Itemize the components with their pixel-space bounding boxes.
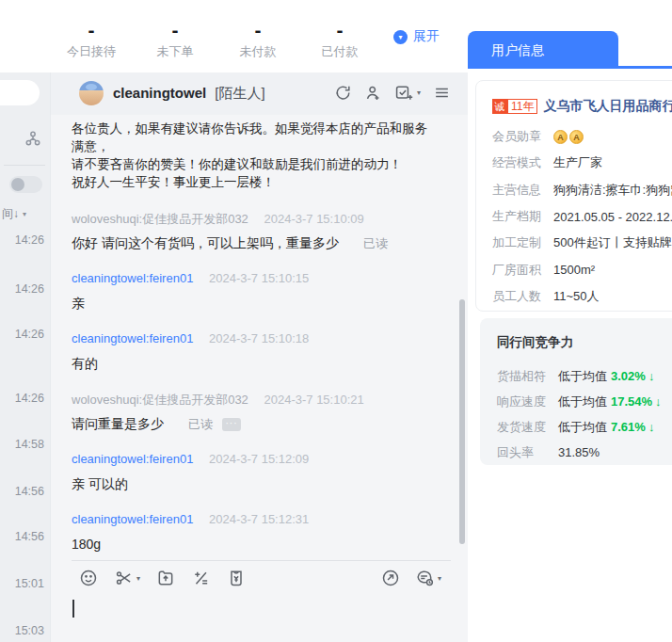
arrow-down-icon: ↓ (648, 369, 655, 383)
chat-history-icon[interactable]: ▾ (414, 569, 441, 587)
stat-label: 已付款 (310, 43, 370, 60)
chengxintong-icon: 诚 (492, 99, 507, 114)
tab-underline (468, 66, 672, 69)
sender-name[interactable]: woloveshuqi:促佳搜品开发部032 (72, 212, 248, 226)
sort-by-time[interactable]: 间↓ ▾ (2, 206, 26, 222)
message-time: 2024-3-7 15:10:21 (264, 393, 363, 407)
read-status: 已读 (363, 235, 388, 251)
list-item-time[interactable]: 15:01 (15, 577, 44, 590)
message-time: 2024-3-7 15:10:18 (209, 331, 309, 345)
company-fields: 会员勋章 AA 经营模式 生产厂家 主营信息 狗狗清洁:擦车巾:狗狗窝 生产档期… (492, 123, 672, 310)
comp-row-response-speed: 响应速度 低于均值 17.54% ↓ (497, 389, 672, 414)
app-window: - 今日接待 - 未下单 - 未付款 - 已付款 ▾ 展开 (0, 0, 672, 642)
chevron-down-icon: ▾ (136, 574, 140, 583)
expand-button[interactable]: ▾ 展开 (393, 28, 440, 45)
comp-row-repeat-rate: 回头率 31.85% (497, 440, 672, 465)
scrollbar[interactable] (459, 299, 465, 544)
tab-user-info[interactable]: 用户信息 (468, 31, 618, 69)
message-input[interactable] (72, 600, 74, 618)
emoji-icon[interactable] (79, 569, 98, 587)
chevron-down-icon: ▾ (23, 210, 26, 218)
list-item-time[interactable]: 14:56 (15, 485, 44, 498)
conversation-list-panel: 间↓ ▾ 14:26 14:26 14:26 14:26 14:58 14:56… (0, 72, 50, 642)
add-contact-icon[interactable] (364, 84, 382, 102)
list-item-time[interactable]: 14:26 (15, 328, 44, 341)
list-item-time[interactable]: 14:58 (15, 438, 44, 451)
more-actions-button[interactable]: ··· (222, 418, 241, 431)
message-time: 2024-3-7 15:12:31 (209, 512, 309, 526)
field-customization: 加工定制 500件起订丨支持贴牌丨 (492, 230, 672, 256)
upload-file-icon[interactable] (156, 569, 175, 587)
refresh-icon[interactable] (334, 84, 352, 102)
sender-name[interactable]: cleaningtowel:feiren01 (72, 271, 193, 285)
add-task-icon[interactable]: ▾ (394, 84, 421, 102)
evaluate-icon[interactable] (191, 569, 211, 587)
message-time: 2024-3-7 15:10:15 (209, 271, 309, 285)
payment-icon[interactable] (227, 569, 246, 587)
stranger-tag: [陌生人] (215, 85, 264, 101)
message-text: 请问重量是多少 (72, 416, 164, 432)
expand-label: 展开 (413, 28, 440, 45)
stat-label: 未下单 (145, 43, 205, 60)
sender-name[interactable]: cleaningtowel:feiren01 (72, 331, 193, 345)
buyer-nickname: cleaningtowel (113, 85, 206, 101)
stat-paid: - 已付款 (310, 21, 370, 60)
chevron-down-icon: ▾ (417, 88, 421, 97)
stat-value: - (228, 21, 288, 40)
membership-years-badge: 11年 (507, 99, 537, 114)
message: woloveshuqi:促佳搜品开发部032 2024-3-7 15:10:09… (72, 211, 440, 251)
stat-value: - (61, 21, 121, 40)
chat-panel: cleaningtowel [陌生人] (50, 72, 468, 642)
divider (72, 560, 451, 561)
avatar[interactable] (79, 81, 104, 105)
screenshot-scissors-icon[interactable]: ▾ (114, 569, 140, 587)
sender-name[interactable]: cleaningtowel:feiren01 (72, 452, 193, 466)
field-employee-count: 员工人数 11~50人 (492, 283, 672, 310)
field-production-schedule: 生产档期 2021.05.05 - 2022.12.31 (492, 203, 672, 230)
competitiveness-card: 同行间竞争力 货描相符 低于均值 3.02% ↓ 响应速度 低于均值 17.54… (480, 318, 672, 465)
message-time: 2024-3-7 15:12:09 (209, 452, 309, 466)
message-text: 你好 请问这个有货吗，可以上架吗，重量多少 (72, 235, 339, 251)
arrow-down-icon: ↓ (648, 420, 655, 434)
menu-icon[interactable] (433, 84, 451, 102)
stat-no-order: - 未下单 (145, 21, 205, 60)
list-item-time[interactable]: 14:26 (15, 392, 44, 405)
chevron-down-icon: ▾ (438, 574, 441, 583)
divider (4, 165, 45, 166)
company-name[interactable]: 义乌市飞人日用品商行 (543, 98, 672, 115)
message-text: 有的 (72, 356, 98, 372)
message: cleaningtowel:feiren01 2024-3-7 15:10:18… (72, 331, 440, 372)
sender-name[interactable]: woloveshuqi:促佳搜品开发部032 (72, 393, 248, 407)
message-text: 180g (72, 537, 101, 553)
composer-toolbar: ▾ (51, 569, 468, 593)
list-item-time[interactable]: 14:26 (15, 282, 44, 296)
stat-unpaid: - 未付款 (228, 21, 288, 60)
message: cleaningtowel:feiren01 2024-3-7 15:12:09… (72, 452, 440, 492)
sort-label: 间↓ (2, 206, 19, 222)
stat-today-reception: - 今日接待 (61, 21, 121, 60)
chevron-down-icon: ▾ (393, 30, 408, 44)
toggle-knob (11, 178, 24, 191)
message-text: 亲 (72, 296, 85, 312)
stat-label: 今日接待 (61, 43, 121, 60)
stat-label: 未付款 (228, 43, 288, 60)
field-main-products: 主营信息 狗狗清洁:擦车巾:狗狗窝 (492, 177, 672, 203)
list-filter-toggle[interactable] (9, 176, 42, 193)
send-transfer-icon[interactable] (381, 569, 400, 587)
field-factory-area: 厂房面积 1500m² (492, 256, 672, 282)
medal-icon: A (569, 130, 584, 144)
list-item-time[interactable]: 14:26 (15, 233, 44, 247)
message: cleaningtowel:feiren01 2024-3-7 15:10:15… (72, 271, 440, 312)
list-item-time[interactable]: 15:03 (15, 624, 44, 637)
search-input[interactable] (0, 80, 40, 105)
field-business-model: 经营模式 生产厂家 (492, 150, 672, 176)
message-time: 2024-3-7 15:10:09 (264, 212, 363, 226)
sender-name[interactable]: cleaningtowel:feiren01 (72, 512, 193, 526)
list-item-time[interactable]: 14:56 (15, 530, 44, 543)
chat-title: cleaningtowel [陌生人] (113, 85, 265, 103)
stat-value: - (145, 21, 205, 40)
comp-row-description-match: 货描相符 低于均值 3.02% ↓ (497, 363, 672, 389)
org-chart-icon[interactable] (24, 129, 42, 148)
read-status: 已读 (188, 416, 213, 432)
field-member-medals: 会员勋章 AA (492, 123, 672, 150)
